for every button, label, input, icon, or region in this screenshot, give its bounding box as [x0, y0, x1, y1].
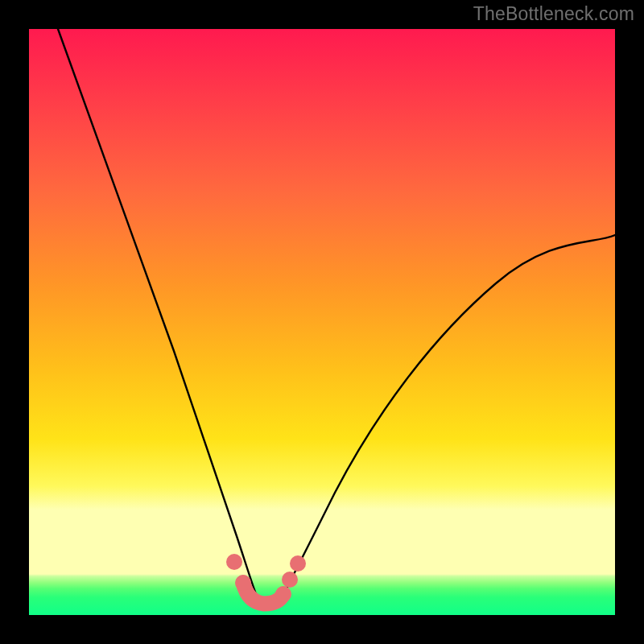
right-curve — [282, 235, 615, 597]
right-top-dot — [290, 555, 306, 572]
right-low-dot — [275, 586, 291, 602]
right-mid-dot — [282, 572, 298, 588]
left-curve — [58, 29, 256, 594]
chart-frame: TheBottleneck.com — [0, 0, 644, 644]
chart-overlay — [29, 29, 615, 615]
left-high-dot — [226, 554, 242, 570]
watermark-text: TheBottleneck.com — [473, 3, 634, 25]
plot-area — [29, 29, 615, 615]
left-low-dot — [235, 575, 251, 591]
